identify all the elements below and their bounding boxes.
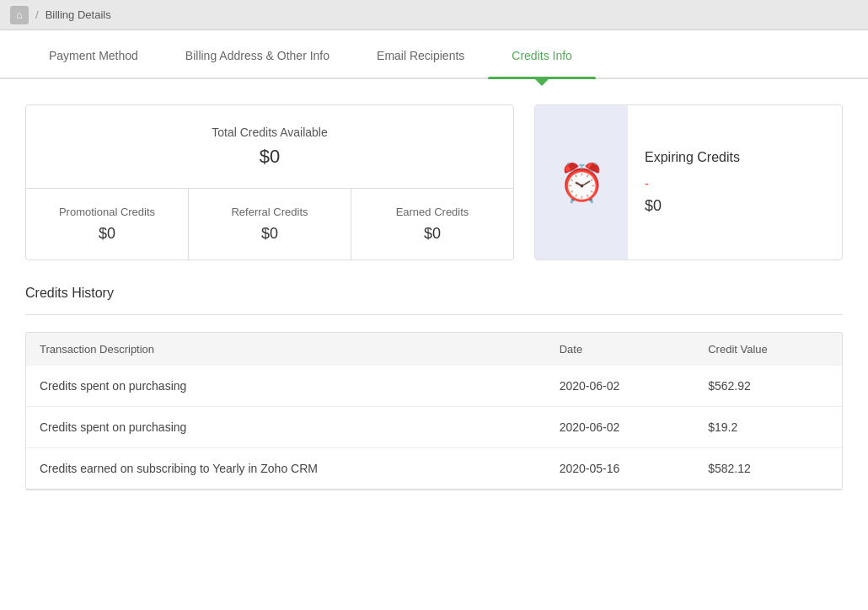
clock-icon: ⏰ [559,161,605,205]
row-credit-value: $562.92 [694,366,842,407]
row-date: 2020-06-02 [546,407,695,448]
row-date: 2020-06-02 [546,366,695,407]
promotional-credits-item: Promotional Credits $0 [26,189,189,260]
tab-bar: Payment Method Billing Address & Other I… [0,30,868,79]
referral-credits-label: Referral Credits [197,206,342,218]
promotional-credits-value: $0 [35,225,179,243]
referral-credits-item: Referral Credits $0 [189,189,351,260]
earned-credits-item: Earned Credits $0 [351,189,513,260]
history-table-wrapper: Transaction Description Date Credit Valu… [25,332,843,490]
earned-credits-value: $0 [360,225,505,243]
table-body: Credits spent on purchasing2020-06-02$56… [26,366,842,490]
row-description: Credits spent on purchasing [26,366,546,407]
earned-credits-label: Earned Credits [360,206,505,218]
col-description: Transaction Description [26,333,546,366]
table-row: Credits earned on subscribing to Yearly … [26,448,842,490]
table-row: Credits spent on purchasing2020-06-02$19… [26,407,842,448]
table-header: Transaction Description Date Credit Valu… [26,333,842,366]
home-icon[interactable]: ⌂ [10,6,29,24]
expiring-info: Expiring Credits - $0 [628,105,757,260]
breadcrumb-separator: / [35,8,39,21]
expiring-value: $0 [645,197,740,215]
expiring-dash: - [645,177,740,190]
tab-active-indicator [535,79,549,86]
row-date: 2020-05-16 [546,448,695,490]
tab-payment-method[interactable]: Payment Method [25,30,162,78]
col-date: Date [546,333,695,366]
referral-credits-value: $0 [197,225,342,243]
row-description: Credits earned on subscribing to Yearly … [26,448,546,490]
expiring-icon-area: ⏰ [535,105,628,260]
tab-credits-info[interactable]: Credits Info [488,30,596,78]
col-credit-value: Credit Value [694,333,842,366]
history-table: Transaction Description Date Credit Valu… [26,333,842,490]
tab-billing-address[interactable]: Billing Address & Other Info [162,30,353,78]
row-credit-value: $582.12 [694,448,842,490]
expiring-credits-card: ⏰ Expiring Credits - $0 [534,104,843,260]
main-content: Payment Method Billing Address & Other I… [0,30,868,610]
total-credits-section: Total Credits Available $0 [26,105,513,189]
expiring-label: Expiring Credits [645,150,740,165]
table-row: Credits spent on purchasing2020-06-02$56… [26,366,842,407]
credits-cards-row: Total Credits Available $0 Promotional C… [25,104,843,260]
promotional-credits-label: Promotional Credits [35,206,179,218]
total-credits-card: Total Credits Available $0 Promotional C… [25,104,514,260]
row-description: Credits spent on purchasing [26,407,546,448]
credits-content: Total Credits Available $0 Promotional C… [0,79,868,516]
total-credits-label: Total Credits Available [43,126,496,139]
topbar: ⌂ / Billing Details [0,0,868,30]
credits-history-title: Credits History [25,286,843,301]
credits-breakdown: Promotional Credits $0 Referral Credits … [26,189,513,260]
breadcrumb-title: Billing Details [46,8,111,21]
tab-email-recipients[interactable]: Email Recipients [353,30,488,78]
divider [25,314,843,315]
table-header-row: Transaction Description Date Credit Valu… [26,333,842,366]
total-credits-value: $0 [43,146,496,168]
row-credit-value: $19.2 [694,407,842,448]
